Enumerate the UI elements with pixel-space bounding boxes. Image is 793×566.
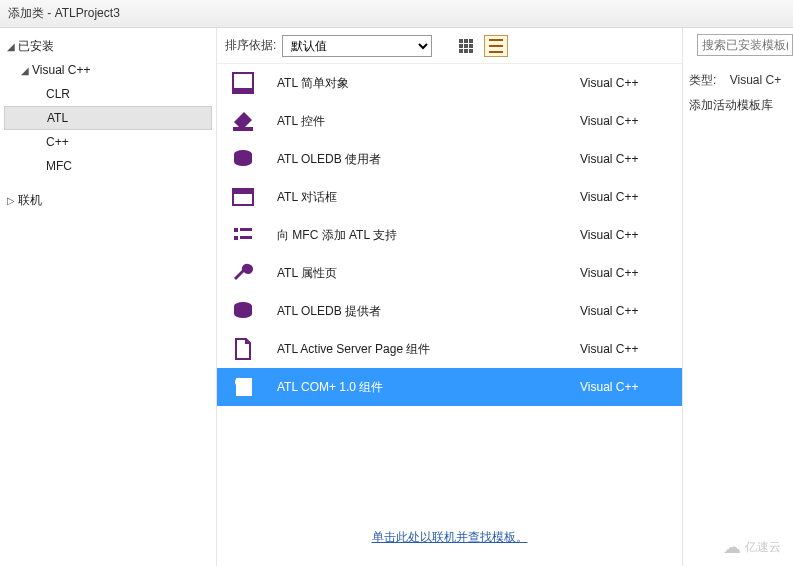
svg-rect-7 bbox=[240, 228, 252, 231]
template-row[interactable]: ATL OLEDB 使用者 Visual C++ bbox=[217, 140, 682, 178]
template-lang: Visual C++ bbox=[580, 266, 670, 280]
footer: 单击此处以联机并查找模板。 bbox=[217, 517, 682, 566]
template-name: 向 MFC 添加 ATL 支持 bbox=[277, 227, 580, 244]
svg-rect-1 bbox=[233, 88, 253, 93]
details-pane: 类型: Visual C+ 添加活动模板库 bbox=[683, 28, 793, 566]
template-icon bbox=[229, 183, 257, 211]
template-row[interactable]: ATL 属性页 Visual C++ bbox=[217, 254, 682, 292]
sidebar-visualcpp-label: Visual C++ bbox=[32, 63, 90, 77]
template-lang: Visual C++ bbox=[580, 76, 670, 90]
sidebar-item-label: ATL bbox=[47, 111, 68, 125]
template-row[interactable]: ATL 简单对象 Visual C++ bbox=[217, 64, 682, 102]
list-icon bbox=[489, 39, 503, 53]
template-lang: Visual C++ bbox=[580, 380, 670, 394]
template-icon bbox=[229, 297, 257, 325]
window-title: 添加类 - ATLProject3 bbox=[8, 5, 120, 22]
template-icon bbox=[229, 107, 257, 135]
template-name: ATL 对话框 bbox=[277, 189, 580, 206]
svg-rect-6 bbox=[234, 228, 238, 232]
chevron-down-icon: ◢ bbox=[18, 65, 32, 76]
template-row[interactable]: ATL 对话框 Visual C++ bbox=[217, 178, 682, 216]
sort-label: 排序依据: bbox=[225, 37, 276, 54]
sidebar-item-label: MFC bbox=[46, 159, 72, 173]
sidebar-item-cpp[interactable]: C++ bbox=[0, 130, 216, 154]
template-name: ATL OLEDB 提供者 bbox=[277, 303, 580, 320]
svg-rect-5 bbox=[233, 189, 253, 194]
sort-select[interactable]: 默认值 bbox=[282, 35, 432, 57]
svg-rect-8 bbox=[234, 236, 238, 240]
template-row[interactable]: ATL Active Server Page 组件 Visual C++ bbox=[217, 330, 682, 368]
template-lang: Visual C++ bbox=[580, 152, 670, 166]
template-lang: Visual C++ bbox=[580, 304, 670, 318]
sidebar-installed-label: 已安装 bbox=[18, 38, 54, 55]
template-name: ATL OLEDB 使用者 bbox=[277, 151, 580, 168]
sidebar-item-atl[interactable]: ATL bbox=[4, 106, 212, 130]
template-row[interactable]: ATL 控件 Visual C++ bbox=[217, 102, 682, 140]
template-name: ATL 简单对象 bbox=[277, 75, 580, 92]
grid-icon bbox=[459, 39, 473, 53]
svg-rect-2 bbox=[233, 127, 253, 131]
template-name: ATL 控件 bbox=[277, 113, 580, 130]
type-label: 类型: bbox=[689, 73, 716, 87]
template-lang: Visual C++ bbox=[580, 114, 670, 128]
template-icon bbox=[229, 145, 257, 173]
svg-rect-9 bbox=[240, 236, 252, 239]
template-name: ATL 属性页 bbox=[277, 265, 580, 282]
sidebar-item-clr[interactable]: CLR bbox=[0, 82, 216, 106]
chevron-right-icon: ▷ bbox=[4, 195, 18, 206]
template-lang: Visual C++ bbox=[580, 228, 670, 242]
watermark-text: 亿速云 bbox=[745, 539, 781, 556]
template-icon: + bbox=[229, 373, 257, 401]
template-row[interactable]: 向 MFC 添加 ATL 支持 Visual C++ bbox=[217, 216, 682, 254]
view-list-button[interactable] bbox=[484, 35, 508, 57]
search-input[interactable] bbox=[697, 34, 793, 56]
template-icon bbox=[229, 335, 257, 363]
online-templates-link[interactable]: 单击此处以联机并查找模板。 bbox=[372, 530, 528, 544]
toolbar: 排序依据: 默认值 bbox=[217, 28, 682, 64]
template-icon bbox=[229, 221, 257, 249]
sidebar-item-label: C++ bbox=[46, 135, 69, 149]
sidebar-visualcpp[interactable]: ◢ Visual C++ bbox=[0, 58, 216, 82]
sidebar-item-mfc[interactable]: MFC bbox=[0, 154, 216, 178]
template-list: ATL 简单对象 Visual C++ ATL 控件 Visual C++ AT… bbox=[217, 64, 682, 517]
watermark: ☁ 亿速云 bbox=[723, 536, 781, 558]
template-name: ATL Active Server Page 组件 bbox=[277, 341, 580, 358]
sidebar-online[interactable]: ▷ 联机 bbox=[0, 188, 216, 212]
template-name: ATL COM+ 1.0 组件 bbox=[277, 379, 580, 396]
template-lang: Visual C++ bbox=[580, 190, 670, 204]
svg-text:+: + bbox=[235, 374, 242, 388]
cloud-icon: ☁ bbox=[723, 536, 741, 558]
view-grid-button[interactable] bbox=[454, 35, 478, 57]
sidebar-installed[interactable]: ◢ 已安装 bbox=[0, 34, 216, 58]
type-row: 类型: Visual C+ bbox=[689, 72, 787, 89]
type-value: Visual C+ bbox=[730, 73, 781, 87]
sidebar: ◢ 已安装 ◢ Visual C++ CLR ATL C++ MFC ▷ 联机 bbox=[0, 28, 217, 566]
center-pane: 排序依据: 默认值 ATL 简单对象 Visual C++ ATL 控件 Vis… bbox=[217, 28, 683, 566]
chevron-down-icon: ◢ bbox=[4, 41, 18, 52]
titlebar: 添加类 - ATLProject3 bbox=[0, 0, 793, 28]
template-icon bbox=[229, 69, 257, 97]
sidebar-online-label: 联机 bbox=[18, 192, 42, 209]
template-row[interactable]: ATL OLEDB 提供者 Visual C++ bbox=[217, 292, 682, 330]
template-icon bbox=[229, 259, 257, 287]
template-lang: Visual C++ bbox=[580, 342, 670, 356]
sidebar-item-label: CLR bbox=[46, 87, 70, 101]
description: 添加活动模板库 bbox=[689, 97, 787, 114]
template-row[interactable]: + ATL COM+ 1.0 组件 Visual C++ bbox=[217, 368, 682, 406]
